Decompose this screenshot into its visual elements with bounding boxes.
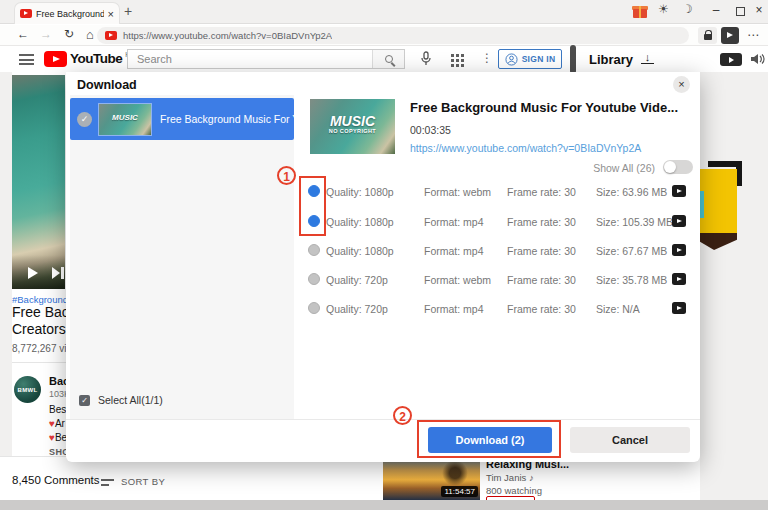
format-row[interactable]: Quality: 720p Format: mp4 Frame rate: 30… <box>300 293 696 323</box>
format-size: Size: 35.78 MB <box>596 274 667 286</box>
preview-play-icon[interactable] <box>672 244 686 256</box>
youtube-favicon-icon <box>20 9 32 18</box>
bottom-bar <box>0 500 768 510</box>
sign-in-label: SIGN IN <box>522 54 556 64</box>
annotation-rect-radios <box>299 176 326 236</box>
annotation-step1: 1 <box>277 166 296 185</box>
format-row[interactable]: Quality: 720p Format: webm Frame rate: 3… <box>300 264 696 294</box>
format-row[interactable]: Quality: 1080p Format: webm Frame rate: … <box>300 176 696 206</box>
format-radio[interactable] <box>308 273 320 285</box>
dialog-video-url[interactable]: https://www.youtube.com/watch?v=0BIaDVnY… <box>410 142 641 154</box>
gift-extension-icon[interactable] <box>633 5 647 18</box>
search-button[interactable] <box>372 50 404 68</box>
sort-by-button[interactable]: SORT BY <box>121 476 165 487</box>
format-quality: Quality: 1080p <box>326 245 394 257</box>
format-framerate: Frame rate: 30 <box>507 186 576 198</box>
browser-titlebar: Free Background Mus × + ☀ ☽ – × <box>0 0 768 24</box>
item-checkbox[interactable]: ✓ <box>77 112 92 127</box>
volume-icon[interactable] <box>750 52 765 66</box>
sort-icon[interactable] <box>101 479 114 487</box>
minimize-button[interactable]: – <box>708 3 724 17</box>
close-window-button[interactable]: × <box>751 3 767 17</box>
search-icon <box>385 55 393 63</box>
browser-toolbar: ← → ↻ ⌂ https://www.youtube.com/watch?v=… <box>0 25 768 46</box>
format-size: Size: N/A <box>596 303 640 315</box>
format-radio[interactable] <box>308 302 320 314</box>
format-quality: Quality: 720p <box>326 274 388 286</box>
reload-icon[interactable]: ↻ <box>64 27 74 41</box>
description-heart-line-1: ♥Ar <box>49 418 65 429</box>
comments-count: 8,450 Comments <box>12 474 100 486</box>
format-row[interactable]: Quality: 1080p Format: mp4 Frame rate: 3… <box>300 206 696 236</box>
light-theme-icon[interactable]: ☀ <box>658 2 669 16</box>
scrollbar-thumb[interactable] <box>570 45 576 74</box>
youtube-logo[interactable]: YouTube HK <box>44 51 134 67</box>
dialog-title: Download <box>77 78 137 92</box>
search-input[interactable]: Search <box>127 49 405 69</box>
dialog-close-icon[interactable]: × <box>673 76 690 93</box>
youtube-header: YouTube HK Search ⋮ SIGN IN Library ↓ <box>0 47 768 72</box>
browser-tab[interactable]: Free Background Mus × <box>14 2 120 24</box>
home-icon[interactable]: ⌂ <box>86 27 94 42</box>
play-icon[interactable] <box>28 267 38 279</box>
youtube-kebab-icon[interactable]: ⋮ <box>481 51 493 65</box>
tab-close-icon[interactable]: × <box>108 9 114 19</box>
channel-avatar[interactable]: BMWL <box>14 376 41 403</box>
marker-icon <box>700 191 704 218</box>
back-icon[interactable]: ← <box>17 27 29 41</box>
sign-in-button[interactable]: SIGN IN <box>498 49 562 69</box>
forward-icon[interactable]: → <box>40 27 52 41</box>
download-manager-icon[interactable]: ↓ <box>641 51 654 64</box>
video-thumbnail: MUSIC NO COPYRIGHT <box>310 99 395 154</box>
download-list-item[interactable]: ✓ MUSIC Free Background Music For Youtu.… <box>70 98 294 140</box>
footer-divider <box>66 419 700 420</box>
downloader-extension-icon[interactable] <box>721 27 739 44</box>
suggested-video-channel[interactable]: Tim Janis ♪ <box>486 472 534 483</box>
select-all-row[interactable]: ✓ Select All(1/1) <box>79 394 163 406</box>
cancel-button[interactable]: Cancel <box>570 427 690 453</box>
format-framerate: Frame rate: 30 <box>507 245 576 257</box>
format-radio[interactable] <box>308 244 320 256</box>
new-tab-button[interactable]: + <box>124 3 132 19</box>
browser-menu-icon[interactable]: ⋯ <box>747 28 760 42</box>
tab-title: Free Background Mus <box>36 9 104 19</box>
video-duration-badge: 11:54:57 <box>441 486 478 497</box>
download-list-panel: ✓ MUSIC Free Background Music For Youtu.… <box>70 95 294 419</box>
annotation-step2: 2 <box>393 406 412 425</box>
next-video-icon[interactable] <box>52 267 64 279</box>
lock-icon[interactable] <box>698 27 717 44</box>
url-text: https://www.youtube.com/watch?v=0BIaDVnY… <box>123 30 332 41</box>
format-framerate: Frame rate: 30 <box>507 216 576 228</box>
dialog-video-duration: 00:03:35 <box>410 124 451 136</box>
dark-theme-icon[interactable]: ☽ <box>682 2 693 16</box>
select-all-checkbox[interactable]: ✓ <box>79 395 90 406</box>
video-player[interactable] <box>12 75 65 289</box>
format-size: Size: 105.39 MB <box>596 216 673 228</box>
preview-play-icon[interactable] <box>672 273 686 285</box>
format-framerate: Frame rate: 30 <box>507 303 576 315</box>
url-favicon-icon <box>105 31 117 40</box>
hamburger-menu-icon[interactable] <box>19 54 34 65</box>
format-size: Size: 63.96 MB <box>596 186 667 198</box>
apps-grid-icon[interactable] <box>451 54 454 57</box>
format-row[interactable]: Quality: 1080p Format: mp4 Frame rate: 3… <box>300 235 696 265</box>
download-dialog: Download × ✓ MUSIC Free Background Music… <box>66 72 700 462</box>
maximize-button[interactable] <box>736 7 745 16</box>
format-size: Size: 67.67 MB <box>596 245 667 257</box>
preview-play-icon[interactable] <box>672 215 686 227</box>
youtube-button-icon[interactable] <box>720 53 742 66</box>
format-quality: Quality: 1080p <box>326 216 394 228</box>
address-bar[interactable]: https://www.youtube.com/watch?v=0BIaDVnY… <box>97 27 689 44</box>
preview-play-icon[interactable] <box>672 302 686 314</box>
select-all-label: Select All(1/1) <box>98 394 163 406</box>
suggested-video-thumbnail[interactable]: 11:54:57 <box>383 458 480 500</box>
video-title-line2: Creators <box>12 321 66 337</box>
dialog-video-title: Free Background Music For Youtube Vide..… <box>410 100 692 115</box>
format-format: Format: mp4 <box>424 216 484 228</box>
preview-play-icon[interactable] <box>672 185 686 197</box>
show-all-toggle[interactable] <box>663 160 693 174</box>
palm-silhouette <box>442 460 468 486</box>
page-background-left <box>0 72 12 457</box>
mic-icon[interactable] <box>420 51 432 67</box>
suggested-video-watching: 800 watching <box>486 485 542 496</box>
